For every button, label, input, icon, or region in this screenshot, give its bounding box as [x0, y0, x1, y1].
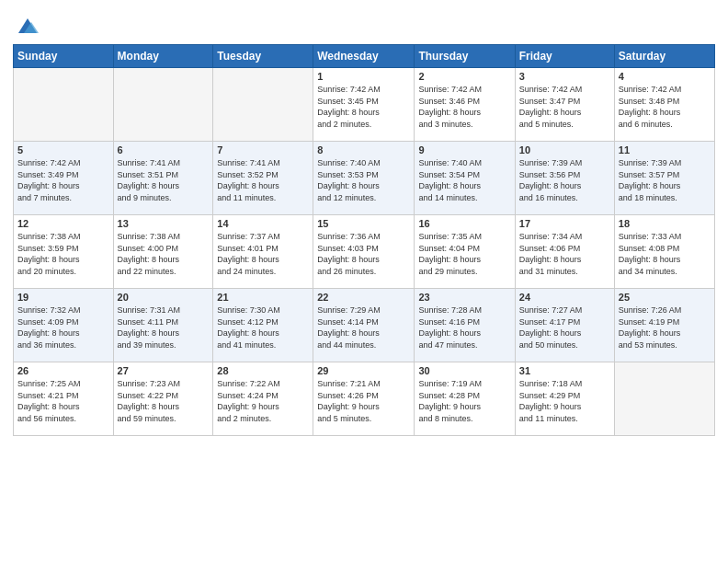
- calendar-cell: 5Sunrise: 7:42 AM Sunset: 3:49 PM Daylig…: [14, 142, 114, 215]
- day-number: 25: [619, 292, 711, 303]
- calendar-week-3: 12Sunrise: 7:38 AM Sunset: 3:59 PM Dayli…: [14, 215, 715, 289]
- calendar-cell: [113, 68, 213, 142]
- calendar-cell: 17Sunrise: 7:34 AM Sunset: 4:06 PM Dayli…: [515, 215, 614, 289]
- day-info: Sunrise: 7:35 AM Sunset: 4:04 PM Dayligh…: [418, 231, 510, 277]
- day-info: Sunrise: 7:36 AM Sunset: 4:03 PM Dayligh…: [317, 231, 410, 277]
- day-number: 26: [17, 365, 109, 376]
- day-info: Sunrise: 7:37 AM Sunset: 4:01 PM Dayligh…: [217, 231, 309, 277]
- calendar-header-friday: Friday: [515, 45, 614, 68]
- calendar-cell: 9Sunrise: 7:40 AM Sunset: 3:54 PM Daylig…: [415, 142, 515, 215]
- day-info: Sunrise: 7:42 AM Sunset: 3:48 PM Dayligh…: [619, 84, 711, 130]
- day-info: Sunrise: 7:41 AM Sunset: 3:52 PM Dayligh…: [217, 157, 309, 203]
- calendar-cell: 16Sunrise: 7:35 AM Sunset: 4:04 PM Dayli…: [415, 215, 515, 289]
- day-number: 4: [619, 71, 711, 82]
- day-info: Sunrise: 7:32 AM Sunset: 4:09 PM Dayligh…: [17, 304, 109, 350]
- calendar-cell: 18Sunrise: 7:33 AM Sunset: 4:08 PM Dayli…: [614, 215, 714, 289]
- day-info: Sunrise: 7:38 AM Sunset: 3:59 PM Dayligh…: [17, 231, 109, 277]
- day-info: Sunrise: 7:21 AM Sunset: 4:26 PM Dayligh…: [317, 378, 410, 424]
- day-number: 29: [317, 365, 410, 376]
- header: [13, 9, 715, 39]
- day-info: Sunrise: 7:30 AM Sunset: 4:12 PM Dayligh…: [217, 304, 309, 350]
- day-number: 23: [418, 292, 510, 303]
- day-info: Sunrise: 7:42 AM Sunset: 3:47 PM Dayligh…: [519, 84, 610, 130]
- calendar-cell: 24Sunrise: 7:27 AM Sunset: 4:17 PM Dayli…: [515, 289, 614, 362]
- calendar-cell: 19Sunrise: 7:32 AM Sunset: 4:09 PM Dayli…: [14, 289, 114, 362]
- day-number: 27: [118, 365, 210, 376]
- calendar-cell: 4Sunrise: 7:42 AM Sunset: 3:48 PM Daylig…: [614, 68, 714, 142]
- day-info: Sunrise: 7:42 AM Sunset: 3:49 PM Dayligh…: [17, 157, 109, 203]
- day-number: 11: [619, 144, 711, 155]
- day-info: Sunrise: 7:23 AM Sunset: 4:22 PM Dayligh…: [118, 378, 210, 424]
- calendar-header-monday: Monday: [113, 45, 213, 68]
- calendar-cell: 8Sunrise: 7:40 AM Sunset: 3:53 PM Daylig…: [313, 142, 415, 215]
- day-number: 6: [118, 144, 210, 155]
- logo-icon: [15, 13, 40, 39]
- day-info: Sunrise: 7:42 AM Sunset: 3:45 PM Dayligh…: [317, 84, 410, 130]
- logo: [13, 13, 40, 39]
- calendar-week-5: 26Sunrise: 7:25 AM Sunset: 4:21 PM Dayli…: [14, 362, 715, 436]
- day-info: Sunrise: 7:26 AM Sunset: 4:19 PM Dayligh…: [619, 304, 711, 350]
- page-container: SundayMondayTuesdayWednesdayThursdayFrid…: [0, 0, 728, 563]
- day-number: 24: [519, 292, 610, 303]
- day-number: 14: [217, 218, 309, 229]
- day-info: Sunrise: 7:39 AM Sunset: 3:56 PM Dayligh…: [519, 157, 610, 203]
- calendar-cell: 10Sunrise: 7:39 AM Sunset: 3:56 PM Dayli…: [515, 142, 614, 215]
- day-number: 9: [418, 144, 510, 155]
- day-number: 17: [519, 218, 610, 229]
- calendar-cell: 23Sunrise: 7:28 AM Sunset: 4:16 PM Dayli…: [415, 289, 515, 362]
- day-number: 7: [217, 144, 309, 155]
- day-info: Sunrise: 7:38 AM Sunset: 4:00 PM Dayligh…: [118, 231, 210, 277]
- calendar-cell: 13Sunrise: 7:38 AM Sunset: 4:00 PM Dayli…: [113, 215, 213, 289]
- calendar-cell: 6Sunrise: 7:41 AM Sunset: 3:51 PM Daylig…: [113, 142, 213, 215]
- day-number: 18: [619, 218, 711, 229]
- day-info: Sunrise: 7:22 AM Sunset: 4:24 PM Dayligh…: [217, 378, 309, 424]
- day-number: 8: [317, 144, 410, 155]
- day-number: 2: [418, 71, 510, 82]
- day-info: Sunrise: 7:31 AM Sunset: 4:11 PM Dayligh…: [118, 304, 210, 350]
- calendar-table: SundayMondayTuesdayWednesdayThursdayFrid…: [13, 44, 715, 436]
- calendar-cell: 3Sunrise: 7:42 AM Sunset: 3:47 PM Daylig…: [515, 68, 614, 142]
- day-number: 1: [317, 71, 410, 82]
- day-number: 16: [418, 218, 510, 229]
- calendar-cell: 20Sunrise: 7:31 AM Sunset: 4:11 PM Dayli…: [113, 289, 213, 362]
- calendar-header-thursday: Thursday: [415, 45, 515, 68]
- day-number: 19: [17, 292, 109, 303]
- day-info: Sunrise: 7:28 AM Sunset: 4:16 PM Dayligh…: [418, 304, 510, 350]
- day-info: Sunrise: 7:39 AM Sunset: 3:57 PM Dayligh…: [619, 157, 711, 203]
- calendar-header-sunday: Sunday: [14, 45, 114, 68]
- day-info: Sunrise: 7:29 AM Sunset: 4:14 PM Dayligh…: [317, 304, 410, 350]
- calendar-cell: 31Sunrise: 7:18 AM Sunset: 4:29 PM Dayli…: [515, 362, 614, 436]
- calendar-header-tuesday: Tuesday: [213, 45, 313, 68]
- calendar-cell: 27Sunrise: 7:23 AM Sunset: 4:22 PM Dayli…: [113, 362, 213, 436]
- day-info: Sunrise: 7:19 AM Sunset: 4:28 PM Dayligh…: [418, 378, 510, 424]
- day-number: 22: [317, 292, 410, 303]
- calendar-cell: [614, 362, 714, 436]
- calendar-cell: 26Sunrise: 7:25 AM Sunset: 4:21 PM Dayli…: [14, 362, 114, 436]
- day-info: Sunrise: 7:42 AM Sunset: 3:46 PM Dayligh…: [418, 84, 510, 130]
- day-number: 20: [118, 292, 210, 303]
- day-info: Sunrise: 7:40 AM Sunset: 3:53 PM Dayligh…: [317, 157, 410, 203]
- day-number: 31: [519, 365, 610, 376]
- day-info: Sunrise: 7:18 AM Sunset: 4:29 PM Dayligh…: [519, 378, 610, 424]
- calendar-cell: 25Sunrise: 7:26 AM Sunset: 4:19 PM Dayli…: [614, 289, 714, 362]
- calendar-header-wednesday: Wednesday: [313, 45, 415, 68]
- day-number: 15: [317, 218, 410, 229]
- calendar-week-2: 5Sunrise: 7:42 AM Sunset: 3:49 PM Daylig…: [14, 142, 715, 215]
- day-info: Sunrise: 7:33 AM Sunset: 4:08 PM Dayligh…: [619, 231, 711, 277]
- day-info: Sunrise: 7:34 AM Sunset: 4:06 PM Dayligh…: [519, 231, 610, 277]
- calendar-cell: 30Sunrise: 7:19 AM Sunset: 4:28 PM Dayli…: [415, 362, 515, 436]
- calendar-cell: 21Sunrise: 7:30 AM Sunset: 4:12 PM Dayli…: [213, 289, 313, 362]
- calendar-cell: 15Sunrise: 7:36 AM Sunset: 4:03 PM Dayli…: [313, 215, 415, 289]
- day-number: 3: [519, 71, 610, 82]
- calendar-header-saturday: Saturday: [614, 45, 714, 68]
- calendar-cell: [213, 68, 313, 142]
- day-number: 13: [118, 218, 210, 229]
- day-info: Sunrise: 7:25 AM Sunset: 4:21 PM Dayligh…: [17, 378, 109, 424]
- day-info: Sunrise: 7:27 AM Sunset: 4:17 PM Dayligh…: [519, 304, 610, 350]
- calendar-cell: [14, 68, 114, 142]
- calendar-cell: 2Sunrise: 7:42 AM Sunset: 3:46 PM Daylig…: [415, 68, 515, 142]
- day-number: 21: [217, 292, 309, 303]
- day-number: 5: [17, 144, 109, 155]
- day-number: 10: [519, 144, 610, 155]
- calendar-cell: 28Sunrise: 7:22 AM Sunset: 4:24 PM Dayli…: [213, 362, 313, 436]
